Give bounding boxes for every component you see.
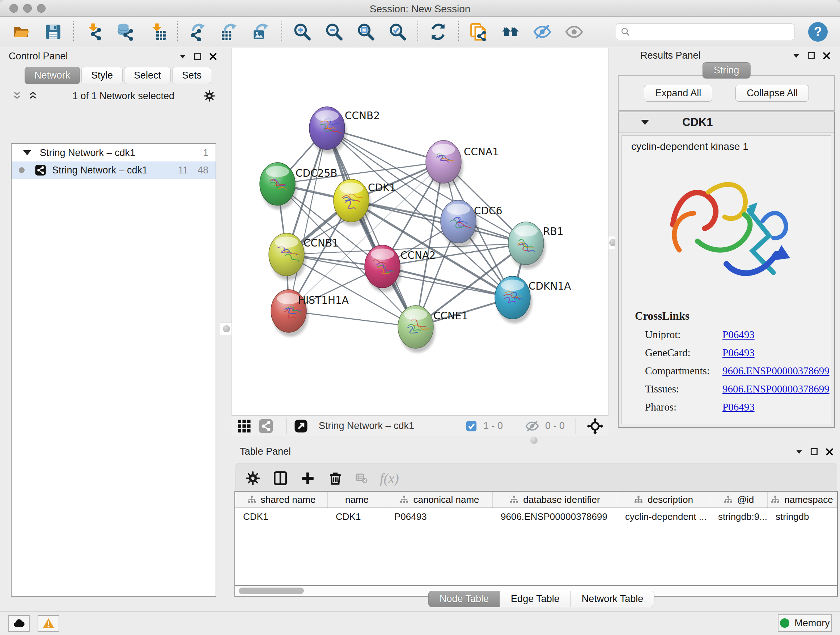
crosslink-link[interactable]: 9606.ENSP00000378699 bbox=[722, 365, 829, 377]
collapse-all-icon[interactable] bbox=[11, 90, 22, 101]
node-CDK1[interactable] bbox=[333, 179, 371, 226]
node-CDC25B[interactable] bbox=[260, 163, 297, 210]
column-header-database-identifier[interactable]: database identifier bbox=[493, 492, 617, 508]
node-CCNB1[interactable] bbox=[269, 233, 306, 280]
close-panel-icon[interactable] bbox=[822, 51, 831, 60]
export-network-icon[interactable] bbox=[187, 21, 208, 42]
hidden-eye-icon[interactable] bbox=[525, 419, 539, 433]
tab-network-table[interactable]: Network Table bbox=[570, 591, 655, 607]
node-RB1[interactable] bbox=[508, 222, 546, 269]
add-column-icon[interactable] bbox=[300, 470, 316, 486]
close-panel-icon[interactable] bbox=[825, 447, 834, 456]
tab-network[interactable]: Network bbox=[25, 67, 80, 84]
column-header--id[interactable]: @id bbox=[710, 492, 767, 508]
float-panel-icon[interactable] bbox=[193, 52, 202, 61]
column-header-shared-name[interactable]: shared name bbox=[235, 492, 328, 508]
tab-select[interactable]: Select bbox=[124, 67, 171, 84]
edge-CCNB2-HIST1H1A[interactable] bbox=[289, 128, 327, 311]
expand-all-button[interactable]: Expand All bbox=[644, 85, 713, 102]
tab-style[interactable]: Style bbox=[81, 67, 123, 84]
export-table-icon[interactable] bbox=[219, 21, 240, 42]
network-options-gear-icon[interactable] bbox=[203, 90, 216, 102]
node-CDC6[interactable] bbox=[441, 200, 478, 247]
table-cell[interactable]: CDK1 bbox=[235, 508, 328, 525]
protein-name: CDK1 bbox=[682, 116, 713, 129]
column-header-namespace[interactable]: namespace bbox=[767, 492, 836, 508]
panel-menu-icon[interactable] bbox=[178, 52, 187, 61]
node-CCNA1[interactable] bbox=[426, 141, 463, 187]
table-row[interactable]: CDK1CDK1P064939606.ENSP00000378699cyclin… bbox=[235, 508, 837, 525]
node-CCNE1[interactable] bbox=[398, 306, 435, 353]
hide-selected-eye-icon[interactable] bbox=[532, 21, 553, 42]
panel-menu-icon[interactable] bbox=[791, 51, 801, 60]
close-panel-icon[interactable] bbox=[208, 52, 218, 61]
protein-expand-icon[interactable] bbox=[641, 120, 649, 125]
float-panel-icon[interactable] bbox=[810, 447, 819, 456]
expand-all-icon[interactable] bbox=[27, 90, 38, 101]
node-CCNB2[interactable] bbox=[309, 107, 347, 154]
show-eye-icon[interactable] bbox=[564, 21, 584, 42]
node-CDKN1A[interactable] bbox=[495, 276, 532, 323]
memory-button[interactable]: Memory bbox=[778, 614, 832, 632]
protein-card-header[interactable]: CDK1 bbox=[619, 112, 834, 133]
share-view-icon[interactable] bbox=[258, 418, 273, 434]
export-image-icon[interactable] bbox=[251, 21, 272, 42]
network-canvas[interactable]: CCNB2 CCNA1 CDC25B CDK1 CDC6 RB1 CCNB1 bbox=[232, 48, 608, 416]
horizontal-splitter[interactable] bbox=[232, 436, 840, 445]
tab-sets[interactable]: Sets bbox=[172, 67, 211, 84]
delete-column-trash-icon[interactable] bbox=[328, 470, 343, 486]
edge-CCNA1-HIST1H1A[interactable] bbox=[289, 162, 444, 311]
pan-crosshair-icon[interactable] bbox=[587, 418, 603, 434]
tab-string[interactable]: String bbox=[703, 62, 751, 79]
zoom-in-icon[interactable] bbox=[292, 21, 313, 42]
cloud-button[interactable] bbox=[8, 615, 30, 632]
import-table-icon[interactable] bbox=[147, 21, 168, 42]
network-collection-row[interactable]: String Network – cdk1 1 bbox=[11, 144, 216, 162]
table-cell[interactable]: stringdb bbox=[767, 508, 836, 525]
node-CCNA2[interactable] bbox=[365, 245, 402, 292]
panel-menu-icon[interactable] bbox=[794, 447, 804, 456]
collection-count: 1 bbox=[203, 147, 208, 158]
zoom-fit-icon[interactable] bbox=[355, 21, 376, 42]
search-box[interactable] bbox=[616, 24, 794, 40]
table-tabs: Node TableEdge TableNetwork Table bbox=[428, 591, 654, 607]
import-network-file-icon[interactable] bbox=[83, 21, 104, 42]
homes-icon[interactable] bbox=[500, 21, 521, 42]
birds-eye-view-icon[interactable] bbox=[294, 418, 309, 434]
crosslink-link[interactable]: P06493 bbox=[722, 347, 755, 359]
node-label-CDC6: CDC6 bbox=[474, 205, 502, 217]
crosslink-link[interactable]: P06493 bbox=[722, 329, 755, 340]
zoom-out-icon[interactable] bbox=[324, 21, 344, 42]
table-cell[interactable]: P06493 bbox=[386, 508, 493, 525]
crosslink-link[interactable]: 9606.ENSP00000378699 bbox=[722, 383, 829, 395]
selected-checkbox-icon[interactable] bbox=[465, 420, 477, 432]
import-network-database-icon[interactable] bbox=[115, 21, 136, 42]
grid-view-icon[interactable] bbox=[237, 418, 252, 434]
collapse-all-button[interactable]: Collapse All bbox=[736, 85, 809, 102]
open-folder-icon[interactable] bbox=[11, 21, 32, 42]
search-input[interactable] bbox=[633, 26, 790, 38]
table-cell[interactable]: cyclin-dependent ... bbox=[617, 508, 710, 525]
table-cell[interactable]: 9606.ENSP00000378699 bbox=[493, 508, 617, 525]
table-cell[interactable]: CDK1 bbox=[328, 508, 386, 525]
collection-expand-icon[interactable] bbox=[23, 150, 31, 155]
float-panel-icon[interactable] bbox=[807, 51, 816, 60]
column-header-name[interactable]: name bbox=[328, 492, 386, 508]
column-header-canonical-name[interactable]: canonical name bbox=[386, 492, 493, 508]
zoom-selected-icon[interactable] bbox=[387, 21, 408, 42]
help-button[interactable]: ? bbox=[808, 22, 828, 42]
left-splitter[interactable] bbox=[222, 48, 232, 611]
tab-node-table[interactable]: Node Table bbox=[428, 591, 500, 607]
network-row[interactable]: String Network – cdk1 11 48 bbox=[11, 162, 216, 179]
warnings-button[interactable] bbox=[38, 615, 59, 632]
refresh-icon[interactable] bbox=[428, 21, 448, 42]
table-cell[interactable]: stringdb:9... bbox=[710, 508, 767, 525]
table-options-gear-icon[interactable] bbox=[245, 470, 261, 486]
node-table[interactable]: shared namename canonical name database … bbox=[234, 491, 838, 586]
crosslink-link[interactable]: P06493 bbox=[722, 401, 755, 413]
show-columns-icon[interactable] bbox=[273, 470, 288, 486]
column-header-description[interactable]: description bbox=[617, 492, 710, 508]
save-floppy-icon[interactable] bbox=[43, 21, 64, 42]
clone-network-icon[interactable] bbox=[468, 21, 489, 42]
tab-edge-table[interactable]: Edge Table bbox=[500, 591, 570, 607]
